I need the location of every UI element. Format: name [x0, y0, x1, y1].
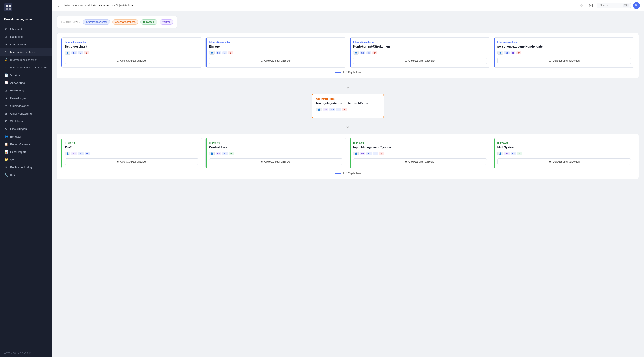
- tag-person: 👤: [65, 152, 70, 155]
- content-area: CLUSTER-LEVEL Informationscluster Geschä…: [52, 11, 644, 357]
- card-control-plus: IT-System Control Plus 👤 V3 S3 I4 Objekt…: [206, 138, 346, 168]
- card-title-kundendaten: personenbezogene Kundendaten: [498, 44, 631, 48]
- sidebar-item-informationssicherheit[interactable]: 🔒Informationssicherheit: [0, 56, 52, 63]
- nav-label-report-generator: Report Generator: [10, 143, 32, 146]
- arrow-down-1: [57, 82, 639, 90]
- sidebar-item-nachrichten[interactable]: ✉Nachrichten: [0, 33, 52, 40]
- notification-icon[interactable]: [578, 2, 585, 9]
- filter-tag-informationscluster[interactable]: Informationscluster: [83, 19, 110, 24]
- card-btn-einlagen[interactable]: Objektstruktur anzeigen: [209, 57, 343, 64]
- search-box[interactable]: ⌘K: [597, 3, 631, 8]
- list-icon: [404, 59, 407, 62]
- mail-icon[interactable]: [587, 2, 594, 9]
- provider-label[interactable]: Providermanagement: [0, 15, 52, 23]
- nav-label-benutzer: Benutzer: [10, 135, 21, 138]
- nav-label-vvt: VVT: [10, 158, 16, 161]
- tag-v1: V1: [323, 108, 328, 111]
- top-pagination: 1 4 Ergebnisse: [61, 71, 634, 74]
- sidebar-item-vertraege[interactable]: 📄Verträge: [0, 71, 52, 79]
- card-type-label: IT-System: [209, 142, 343, 144]
- sidebar-item-rechtsmonitoring[interactable]: ⚖Rechtsmonitoring: [0, 163, 52, 171]
- top-card-row: Informationscluster Depotgeschaeft 👤 S3 …: [57, 33, 639, 78]
- nav-icon-informationsrisikomanagement: ⚠: [4, 65, 8, 69]
- card-title-depotgeschaeft: Depotgeschaeft: [65, 44, 198, 48]
- tag-i3: I3: [222, 51, 227, 54]
- nav-label-vertraege: Verträge: [10, 74, 21, 77]
- card-type-label: Informationscluster: [65, 41, 198, 43]
- card-title-einlagen: Einlagen: [209, 44, 343, 48]
- tag-i3: I3: [85, 152, 90, 155]
- sidebar-item-informationsverbund[interactable]: ⬡Informationsverbund: [0, 48, 52, 56]
- nav-icon-report-generator: 📋: [4, 142, 8, 146]
- search-input[interactable]: [600, 4, 622, 7]
- bottom-card-grid: IT-System ProFI 👤 V3 S3 I3 Objektstruktu…: [61, 138, 634, 168]
- sidebar-item-objektverwaltung[interactable]: ⊞Objektverwaltung: [0, 110, 52, 117]
- card-btn-depotgeschaeft[interactable]: Objektstruktur anzeigen: [65, 57, 198, 64]
- card-btn-control-plus[interactable]: Objektstruktur anzeigen: [209, 158, 343, 165]
- tag-i3: I3: [336, 108, 341, 111]
- card-btn-kontokorrent[interactable]: Objektstruktur anzeigen: [353, 57, 487, 64]
- card-btn-kundendaten[interactable]: Objektstruktur anzeigen: [498, 57, 631, 64]
- card-title-mail-system: Mail System: [498, 145, 631, 149]
- sidebar-item-risikoanalyse[interactable]: ◎Risikoanalyse: [0, 87, 52, 94]
- filter-tag-geschaeftsprozess[interactable]: Geschäftsprozess: [112, 19, 138, 24]
- filter-tag-vertrag[interactable]: Vertrag: [160, 19, 174, 24]
- sidebar-item-report-generator[interactable]: 📋Report Generator: [0, 140, 52, 148]
- nav-label-excel-import: Excel-Import: [10, 150, 26, 154]
- card-tags-profi: 👤 V3 S3 I3: [65, 152, 198, 155]
- sidebar-item-benutzer[interactable]: 👥Benutzer: [0, 133, 52, 140]
- sidebar-item-auswertung[interactable]: 📈Auswertung: [0, 79, 52, 87]
- nav-label-bewertungen: Bewertungen: [10, 97, 27, 100]
- nav-label-informationssicherheit: Informationssicherheit: [10, 58, 37, 61]
- svg-rect-1: [6, 5, 8, 7]
- sidebar-item-objektdesigner[interactable]: ✏Objektdesigner: [0, 102, 52, 110]
- card-title-control-plus: Control Plus: [209, 145, 343, 149]
- tag-s3: S3: [216, 51, 221, 54]
- card-btn-input-management[interactable]: Objektstruktur anzeigen: [353, 158, 487, 165]
- nav-icon-excel-import: 📊: [4, 150, 8, 154]
- card-einlagen: Informationscluster Einlagen 👤 S3 I3 ⊗ O…: [206, 37, 346, 68]
- bottom-pagination: 1 4 Ergebnisse: [61, 172, 634, 175]
- card-btn-profi[interactable]: Objektstruktur anzeigen: [65, 158, 198, 165]
- tag-alert: ⊗: [342, 108, 347, 111]
- svg-rect-5: [580, 4, 581, 5]
- nav-icon-rechtsmonitoring: ⚖: [4, 165, 8, 169]
- card-btn-mail-system[interactable]: Objektstruktur anzeigen: [498, 158, 631, 165]
- top-results: 4 Ergebnisse: [346, 71, 360, 74]
- list-icon: [404, 160, 407, 163]
- nav-label-informationsrisikomanagement: Informationsrisikomanagement: [10, 66, 48, 69]
- nav-label-uebersicht: Übersicht: [10, 27, 22, 31]
- list-icon: [548, 160, 551, 163]
- center-card-type-label: Geschäftsprozess: [316, 98, 380, 100]
- card-type-label: IT-System: [353, 142, 487, 144]
- sidebar-item-iks[interactable]: 🔧IKS: [0, 171, 52, 179]
- breadcrumb-informationsverbund[interactable]: Informationsverbund: [64, 4, 90, 7]
- avatar-button[interactable]: SI: [633, 2, 640, 9]
- sidebar-item-excel-import[interactable]: 📊Excel-Import: [0, 148, 52, 156]
- tag-person: 👤: [498, 51, 503, 55]
- sidebar-item-vvt[interactable]: 📁VVT: [0, 156, 52, 163]
- nav-icon-auswertung: 📈: [4, 81, 8, 85]
- sidebar-item-uebersicht[interactable]: ⊙Übersicht: [0, 25, 52, 33]
- cluster-filter: CLUSTER-LEVEL Informationscluster Geschä…: [57, 16, 177, 28]
- bottom-page-num: 1: [343, 172, 344, 175]
- sidebar-item-massnahmen[interactable]: ≡Maßnahmen: [0, 40, 52, 48]
- tag-alert: ⊗: [516, 51, 521, 54]
- filter-tag-it-system[interactable]: IT-System: [140, 19, 158, 24]
- tag-v4: V4: [360, 152, 365, 155]
- tag-i3: I3: [78, 51, 83, 54]
- svg-rect-4: [8, 8, 11, 10]
- sidebar-item-einstellungen[interactable]: ⚙Einstellungen: [0, 125, 52, 133]
- nav-icon-informationsverbund: ⬡: [4, 50, 8, 54]
- sidebar-item-informationsrisikomanagement[interactable]: ⚠Informationsrisikomanagement: [0, 63, 52, 71]
- cluster-filter-label: CLUSTER-LEVEL: [61, 21, 80, 23]
- sidebar-item-workflows[interactable]: ↺Workflows: [0, 117, 52, 125]
- nav-icon-uebersicht: ⊙: [4, 27, 8, 31]
- center-card-geschaeftsprozess: Geschäftsprozess Nachgelagerte Kontrolle…: [312, 94, 384, 118]
- card-type-label: Informationscluster: [498, 41, 631, 43]
- sidebar-item-bewertungen[interactable]: ★Bewertungen: [0, 94, 52, 102]
- home-icon[interactable]: ⌂: [56, 3, 61, 8]
- card-tags-einlagen: 👤 S3 I3 ⊗: [209, 51, 343, 55]
- nav-icon-vertraege: 📄: [4, 73, 8, 77]
- card-title-kontokorrent: Kontokorrent-/Girokonten: [353, 44, 487, 48]
